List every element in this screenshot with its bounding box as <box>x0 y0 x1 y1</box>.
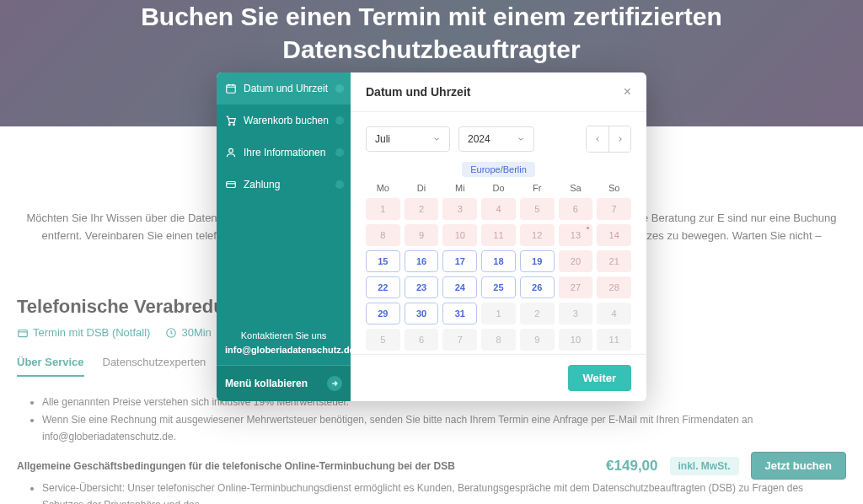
step-label: Ihre Informationen <box>244 147 325 158</box>
calendar-day: 6 <box>405 329 439 351</box>
calendar-day: 21 <box>597 250 631 272</box>
step-label: Datum und Uhrzeit <box>244 83 328 94</box>
calendar-day[interactable]: 24 <box>442 276 477 298</box>
calendar-day: 13 <box>559 224 593 246</box>
calendar-day[interactable]: 30 <box>405 303 439 324</box>
calendar-day: 9 <box>405 224 439 246</box>
cart-icon <box>225 115 237 126</box>
calendar-day[interactable]: 25 <box>481 276 516 298</box>
calendar-day[interactable]: 29 <box>366 303 400 324</box>
calendar-controls: Juli 2024 <box>366 126 631 153</box>
availability-dot <box>587 227 589 229</box>
booking-modal: Datum und Uhrzeit Warenkorb buchen Ihre … <box>217 72 646 401</box>
calendar-day: 2 <box>520 303 555 324</box>
calendar-day: 1 <box>481 303 516 324</box>
status-dot <box>335 84 344 93</box>
calendar-day: 7 <box>597 198 631 220</box>
calendar-day: 5 <box>520 198 555 220</box>
modal-sidebar: Datum und Uhrzeit Warenkorb buchen Ihre … <box>217 72 351 401</box>
timezone-badge[interactable]: Europe/Berlin <box>462 162 535 177</box>
weekday-label: Do <box>481 183 516 193</box>
weekday-label: Di <box>405 183 439 193</box>
calendar-day[interactable]: 15 <box>366 250 400 272</box>
weekday-label: Mo <box>366 183 400 193</box>
calendar-day: 3 <box>559 303 593 324</box>
step-label: Zahlung <box>244 179 280 190</box>
calendar-day[interactable]: 23 <box>405 276 439 298</box>
year-select[interactable]: 2024 <box>458 126 534 152</box>
calendar-day: 6 <box>559 198 593 220</box>
step-label: Warenkorb buchen <box>244 115 329 126</box>
calendar: MoDiMiDoFrSaSo 1234567891011121314151617… <box>366 183 631 351</box>
step-date-time[interactable]: Datum und Uhrzeit <box>217 72 351 105</box>
calendar-day: 5 <box>366 329 400 351</box>
svg-rect-3 <box>227 85 236 93</box>
card-icon <box>225 179 237 190</box>
year-value: 2024 <box>468 133 490 145</box>
calendar-day: 3 <box>442 198 477 220</box>
calendar-icon <box>225 83 237 94</box>
svg-rect-7 <box>227 182 236 188</box>
user-icon <box>225 147 237 158</box>
svg-point-4 <box>228 124 230 126</box>
panel-footer: Weiter <box>351 354 646 401</box>
contact-email-link[interactable]: info@globeriadatenschutz.de <box>225 345 355 355</box>
svg-point-6 <box>229 148 233 153</box>
modal-overlay: Datum und Uhrzeit Warenkorb buchen Ihre … <box>0 0 863 504</box>
calendar-day: 1 <box>366 198 400 220</box>
panel-title: Datum und Uhrzeit <box>366 85 470 99</box>
calendar-day: 4 <box>481 198 516 220</box>
chevron-down-icon <box>517 135 525 143</box>
calendar-day: 4 <box>597 303 631 324</box>
step-info[interactable]: Ihre Informationen <box>217 137 351 169</box>
calendar-day[interactable]: 18 <box>481 250 516 272</box>
calendar-day: 12 <box>520 224 555 246</box>
contact-label: Kontaktieren Sie uns <box>225 329 342 343</box>
calendar-day: 28 <box>597 276 631 298</box>
calendar-day[interactable]: 22 <box>366 276 400 298</box>
next-button[interactable]: Weiter <box>568 365 632 391</box>
calendar-day: 10 <box>442 224 477 246</box>
calendar-day[interactable]: 16 <box>405 250 439 272</box>
calendar-day[interactable]: 26 <box>520 276 555 298</box>
next-month-button[interactable] <box>608 126 630 152</box>
status-dot <box>335 180 344 189</box>
sidebar-contact: Kontaktieren Sie uns info@globeriadatens… <box>217 320 351 366</box>
calendar-day: 7 <box>442 329 477 351</box>
status-dot <box>335 148 344 157</box>
calendar-day: 8 <box>481 329 516 351</box>
calendar-weekdays: MoDiMiDoFrSaSo <box>366 183 631 193</box>
weekday-label: Mi <box>442 183 477 193</box>
chevron-down-icon <box>432 135 441 143</box>
calendar-day[interactable]: 31 <box>442 303 477 324</box>
month-value: Juli <box>375 133 390 145</box>
calendar-day[interactable]: 17 <box>442 250 477 272</box>
calendar-day: 27 <box>559 276 593 298</box>
step-payment[interactable]: Zahlung <box>217 169 351 201</box>
close-icon[interactable]: × <box>624 84 631 99</box>
timezone-row: Europe/Berlin <box>366 161 631 176</box>
calendar-day: 8 <box>366 224 400 246</box>
chevron-left-icon <box>593 135 602 143</box>
calendar-day: 10 <box>559 329 593 351</box>
calendar-day: 20 <box>559 250 593 272</box>
calendar-day[interactable]: 19 <box>520 250 555 272</box>
panel-body: Juli 2024 <box>351 112 646 354</box>
calendar-day: 9 <box>520 329 555 351</box>
collapse-menu-button[interactable]: Menü kollabieren <box>217 366 351 401</box>
month-select[interactable]: Juli <box>366 126 450 152</box>
prev-month-button[interactable] <box>587 126 608 152</box>
calendar-day: 2 <box>405 198 439 220</box>
collapse-label: Menü kollabieren <box>225 378 308 389</box>
chevron-right-icon <box>616 135 624 143</box>
weekday-label: Sa <box>559 183 593 193</box>
month-nav <box>586 126 631 153</box>
weekday-label: So <box>597 183 631 193</box>
calendar-day: 11 <box>597 329 631 351</box>
status-dot <box>335 116 344 125</box>
step-cart[interactable]: Warenkorb buchen <box>217 105 351 137</box>
calendar-grid: 1234567891011121314151617181920212223242… <box>366 198 631 351</box>
calendar-day: 11 <box>481 224 516 246</box>
weekday-label: Fr <box>520 183 555 193</box>
calendar-day: 14 <box>597 224 631 246</box>
